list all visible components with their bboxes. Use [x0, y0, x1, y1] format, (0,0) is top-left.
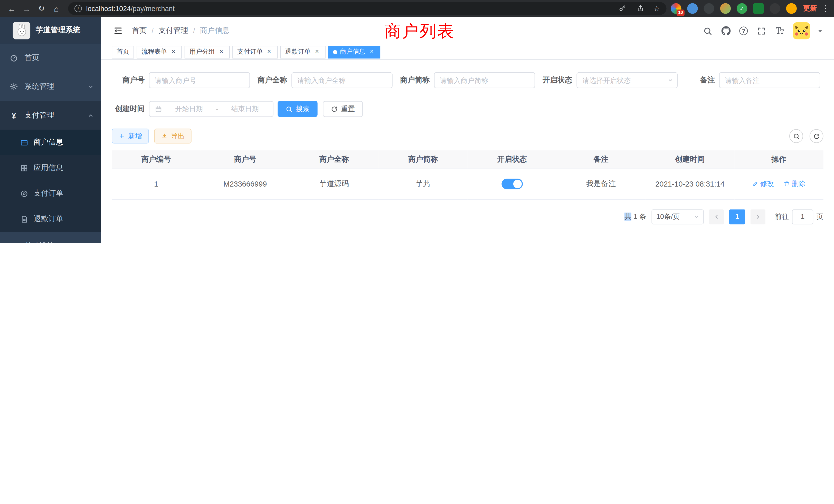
next-page-button[interactable] — [750, 209, 765, 224]
short-name-label: 商户简称 — [397, 75, 430, 85]
breadcrumb-payment[interactable]: 支付管理 — [158, 26, 188, 36]
extension-icon[interactable] — [753, 3, 764, 14]
sidebar-item-app-info[interactable]: 应用信息 — [0, 155, 101, 181]
tab-process-form[interactable]: 流程表单 × — [137, 45, 182, 58]
add-button[interactable]: 新增 — [112, 129, 149, 143]
sidebar-item-pay-orders[interactable]: 支付订单 — [0, 181, 101, 206]
font-size-icon[interactable] — [774, 25, 785, 36]
reload-icon[interactable]: ↻ — [34, 1, 49, 16]
github-icon[interactable] — [721, 25, 731, 36]
extension-icon[interactable]: 10 — [671, 3, 681, 14]
create-time-range-picker[interactable]: 开始日期 - 结束日期 — [149, 101, 273, 117]
cell-create-time: 2021-10-23 08:31:14 — [645, 168, 734, 199]
tab-merchant-info[interactable]: 商户信息 × — [328, 45, 380, 58]
tab-pay-orders[interactable]: 支付订单 × — [233, 45, 278, 58]
sidebar-item-payment[interactable]: ¥ 支付管理 — [0, 101, 101, 130]
sidebar-item-label: 退款订单 — [34, 214, 63, 224]
tab-refund-orders[interactable]: 退款订单 × — [280, 45, 326, 58]
table-header-row: 商户编号 商户号 商户全称 商户简称 开启状态 备注 创建时间 操作 — [112, 151, 824, 168]
search-icon — [286, 106, 292, 112]
sidebar-item-system[interactable]: 系统管理 — [0, 72, 101, 101]
browser-menu-icon[interactable]: ⋮ — [821, 4, 830, 13]
merchant-no-input[interactable] — [149, 72, 250, 88]
sidebar-item-refund-orders[interactable]: 退款订单 — [0, 206, 101, 232]
status-toggle[interactable] — [502, 179, 523, 189]
sidebar-item-merchant-info[interactable]: 商户信息 — [0, 130, 101, 155]
tab-close-icon[interactable]: × — [218, 48, 225, 55]
download-icon — [161, 133, 168, 139]
chevron-up-icon — [88, 112, 94, 118]
extension-icon[interactable]: ✓ — [737, 3, 747, 14]
search-icon[interactable] — [702, 25, 712, 36]
home-icon[interactable]: ⌂ — [49, 1, 64, 16]
prev-page-button[interactable] — [709, 209, 724, 224]
logo-image — [13, 22, 30, 39]
cell-remark: 我是备注 — [556, 168, 645, 199]
tab-close-icon[interactable]: × — [313, 48, 321, 55]
delete-button[interactable]: 删除 — [784, 179, 806, 189]
sidebar-item-infra[interactable]: 基础设施 — [0, 232, 101, 243]
reset-button[interactable]: 重置 — [323, 101, 363, 117]
forward-icon[interactable]: → — [19, 1, 34, 16]
breadcrumb-separator: / — [152, 27, 154, 35]
merchant-list-page: 商户号 商户全称 商户简称 开启状态 — [101, 60, 834, 243]
tab-close-icon[interactable]: × — [368, 48, 375, 55]
help-icon[interactable]: ? — [739, 27, 748, 35]
chevron-down-icon[interactable] — [818, 29, 822, 32]
goto-label: 前往 — [775, 212, 789, 221]
status-label: 开启状态 — [539, 75, 572, 85]
col-header: 商户全称 — [290, 151, 378, 168]
extension-icon[interactable] — [720, 3, 731, 14]
filter-row-1: 商户号 商户全称 商户简称 开启状态 — [112, 72, 824, 88]
export-button[interactable]: 导出 — [154, 129, 192, 143]
breadcrumb-home[interactable]: 首页 — [132, 26, 147, 36]
col-header: 备注 — [556, 151, 645, 168]
payment-submenu: 商户信息 应用信息 支付订单 — [0, 130, 101, 232]
browser-update-button[interactable]: 更新 — [803, 4, 817, 13]
trash-icon — [784, 181, 790, 187]
remark-input[interactable] — [719, 72, 820, 88]
back-icon[interactable]: ← — [4, 1, 19, 16]
tab-user-group[interactable]: 用户分组 × — [184, 45, 230, 58]
monitor-icon — [9, 242, 18, 243]
site-info-icon[interactable]: i — [74, 5, 82, 12]
bookmark-star-icon[interactable]: ☆ — [654, 5, 660, 12]
create-time-label: 创建时间 — [112, 104, 145, 114]
pagination-total: 共1 条 — [624, 212, 646, 221]
status-select[interactable] — [576, 72, 678, 88]
full-name-input[interactable] — [291, 72, 393, 88]
document-icon — [20, 215, 28, 223]
tab-home[interactable]: 首页 — [112, 45, 134, 58]
col-header: 创建时间 — [645, 151, 734, 168]
user-avatar[interactable] — [793, 22, 810, 39]
fullscreen-icon[interactable] — [756, 25, 766, 36]
sidebar-item-label: 支付管理 — [24, 111, 54, 120]
extension-badge: 10 — [677, 9, 684, 16]
sidebar-item-label: 系统管理 — [24, 82, 54, 91]
goto-page-input[interactable] — [792, 209, 813, 224]
password-key-icon[interactable] — [617, 3, 628, 14]
share-icon[interactable] — [635, 3, 646, 14]
search-button[interactable]: 搜索 — [278, 101, 317, 117]
extension-icon[interactable] — [786, 3, 797, 14]
sidebar: 芋道管理系统 首页 系统管理 — [0, 17, 101, 243]
edit-button[interactable]: 修改 — [752, 179, 774, 189]
page-size-select[interactable]: 10条/页 — [652, 209, 704, 224]
fold-sidebar-icon[interactable] — [113, 25, 123, 36]
address-bar[interactable]: i localhost:1024/pay/merchant ☆ — [68, 2, 666, 15]
chevron-down-icon — [667, 77, 674, 83]
refresh-table-button[interactable] — [810, 129, 824, 143]
page-header: 首页 / 支付管理 / 商户信息 商户列表 ? — [101, 17, 834, 45]
extension-icon[interactable] — [687, 3, 698, 14]
extension-icon[interactable] — [704, 3, 714, 14]
extension-icon[interactable] — [770, 3, 780, 14]
toggle-search-button[interactable] — [789, 129, 803, 143]
tab-close-icon[interactable]: × — [170, 48, 177, 55]
gear-icon — [9, 83, 18, 91]
app-logo[interactable]: 芋道管理系统 — [0, 17, 101, 44]
page-number-button[interactable]: 1 — [729, 209, 745, 224]
dashboard-icon — [9, 54, 18, 62]
short-name-input[interactable] — [434, 72, 535, 88]
sidebar-item-home[interactable]: 首页 — [0, 44, 101, 72]
tab-close-icon[interactable]: × — [265, 48, 273, 55]
